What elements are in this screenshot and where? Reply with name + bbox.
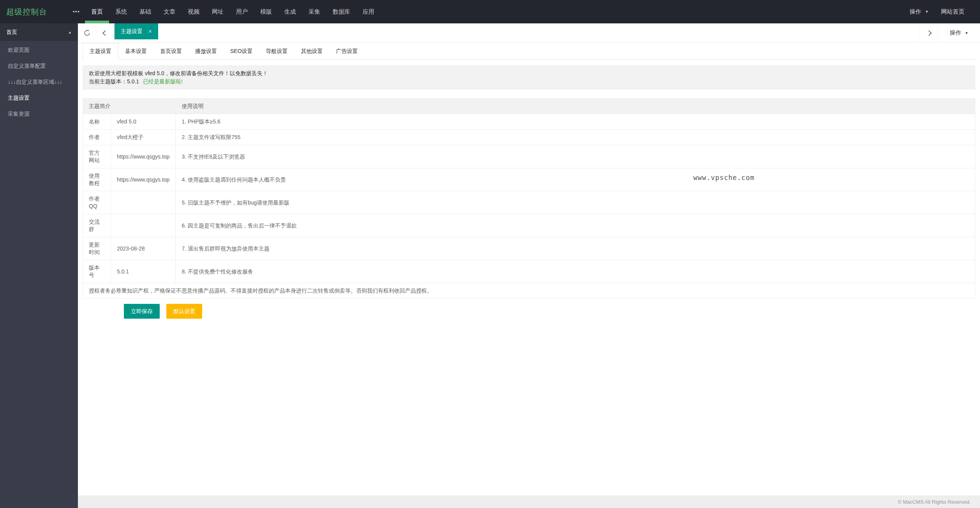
caret-down-icon: ▼ [925,10,929,14]
tab-scroll-left-button[interactable] [96,23,115,42]
row-note: 1. PHP版本≥5.6 [176,114,975,130]
site-home-link[interactable]: 网站首页 [936,8,969,16]
row-value [111,214,176,237]
table-row: 作者 vfed大橙子 2. 主题文件读写权限755 [83,130,975,145]
row-label: 交流群 [83,214,111,237]
row-note: 2. 主题文件读写权限755 [176,130,975,145]
settings-subtabs: 主题设置基本设置首页设置播放设置SEO设置导航设置其他设置广告设置 [83,43,975,60]
save-button[interactable]: 立即保存 [124,304,160,319]
caret-down-icon: ▼ [965,31,968,35]
watermark-text: www.vpsche.com [693,174,754,182]
row-note: 5. 旧版主题不予维护，如有bug请使用最新版 [176,191,975,214]
tab-action-label: 操作 [950,29,961,37]
settings-subtab[interactable]: 广告设置 [330,43,365,60]
row-value: vfed 5.0 [111,114,176,130]
page-footer: © MacCMS All Rights Reserved. [78,496,980,508]
notice-line1: 欢迎使用大橙影视模板 vfed 5.0，修改前请备份相关文件！以免数据丢失！ [89,69,969,78]
topbar-action-dropdown[interactable]: 操作 ▼ [902,8,936,16]
default-settings-button[interactable]: 默认设置 [166,304,202,319]
top-menu-item[interactable]: 首页 [85,0,109,23]
row-note: 4. 使用盗版主题遇到任何问题本人概不负责 [176,168,975,191]
row-value: 5.0.1 [111,260,176,283]
tab-scroll-right-button[interactable] [920,23,938,42]
row-label: 更新时间 [83,237,111,260]
sidebar-item[interactable]: 采集资源 [0,106,78,122]
row-label: 使用教程 [83,168,111,191]
top-menu-item[interactable]: 视频 [182,0,206,23]
top-navbar: 超级控制台 ⋯ 首页系统基础文章视频网址用户模版生成采集数据库应用 操作 ▼ 网… [0,0,980,23]
sidebar-item[interactable]: 欢迎页面 [0,42,78,58]
notice-box: 欢迎使用大橙影视模板 vfed 5.0，修改前请备份相关文件！以免数据丢失！ 当… [83,65,975,90]
table-row: 使用教程 https://www.qsgys.top 4. 使用盗版主题遇到任何… [83,168,975,191]
close-icon[interactable]: × [148,28,152,35]
topbar-action-label: 操作 [909,8,921,16]
settings-subtab[interactable]: 其他设置 [294,43,330,60]
top-menu: 首页系统基础文章视频网址用户模版生成采集数据库应用 [85,0,381,23]
row-value: 2023-08-28 [111,237,176,260]
sidebar: 首页 ▲ 欢迎页面自定义菜单配置↓↓↓自定义菜单区域↓↓↓主题设置采集资源 [0,23,78,508]
top-menu-item[interactable]: 基础 [133,0,157,23]
row-note: 3. 不支持IE8及以下浏览器 [176,145,975,168]
column-header-intro: 主题简介 [83,99,176,114]
table-row: 名称 vfed 5.0 1. PHP版本≥5.6 [83,114,975,130]
tab-action-dropdown[interactable]: 操作 ▼ [938,23,980,42]
open-tab-label: 主题设置 [121,28,143,35]
top-menu-item[interactable]: 系统 [109,0,133,23]
row-label: 官方网站 [83,145,111,168]
row-note: 8. 不提供免费个性化修改服务 [176,260,975,283]
notice-line2: 当前主题版本：5.0.1 已经是最新版啦! [89,78,969,86]
row-label: 名称 [83,114,111,130]
topbar-right: 操作 ▼ 网站首页 [902,0,980,23]
top-menu-item[interactable]: 采集 [302,0,326,23]
page-content: 主题设置基本设置首页设置播放设置SEO设置导航设置其他设置广告设置 欢迎使用大橙… [78,43,980,319]
settings-subtab[interactable]: 基本设置 [118,43,153,60]
notice-latest-badge: 已经是最新版啦! [143,78,183,85]
tabbar-right: 操作 ▼ [920,23,980,42]
settings-subtab[interactable]: SEO设置 [224,43,259,60]
chevron-up-icon: ▲ [68,30,72,34]
sidebar-group-home[interactable]: 首页 ▲ [0,23,78,41]
app-logo: 超级控制台 [0,0,67,23]
top-menu-item[interactable]: 用户 [230,0,254,23]
table-row: 官方网站 https://www.qsgys.top 3. 不支持IE8及以下浏… [83,145,975,168]
more-menu-icon[interactable]: ⋯ [67,0,85,23]
table-row: 更新时间 2023-08-28 7. 退出售后群即视为放弃使用本主题 [83,237,975,260]
settings-subtab[interactable]: 导航设置 [259,43,294,60]
theme-info-table: 主题简介 使用说明 名称 vfed 5.0 1. PHP版本≥5.6 作者 vf… [83,98,975,299]
open-tab-theme-settings[interactable]: 主题设置 × [115,23,158,39]
chevron-left-icon [102,30,108,35]
top-menu-item[interactable]: 网址 [206,0,230,23]
row-label: 版本号 [83,260,111,283]
top-menu-item[interactable]: 模版 [254,0,278,23]
top-menu-item[interactable]: 数据库 [326,0,356,23]
sidebar-items: 欢迎页面自定义菜单配置↓↓↓自定义菜单区域↓↓↓主题设置采集资源 [0,41,78,122]
table-row: 交流群 6. 因主题是可复制的商品，售出后一律不予退款 [83,214,975,237]
form-actions: 立即保存 默认设置 [83,304,975,319]
row-label: 作者QQ [83,191,111,214]
table-row: 版本号 5.0.1 8. 不提供免费个性化修改服务 [83,260,975,283]
settings-subtab[interactable]: 首页设置 [153,43,189,60]
table-footnote-row: 授权者务必尊重知识产权，严格保证不恶意传播产品源码、不得直接对授权的产品本身进行… [83,283,975,299]
settings-subtab[interactable]: 播放设置 [189,43,224,60]
table-row: 作者QQ 5. 旧版主题不予维护，如有bug请使用最新版 [83,191,975,214]
sidebar-item[interactable]: 自定义菜单配置 [0,58,78,74]
top-menu-item[interactable]: 生成 [278,0,302,23]
settings-subtab[interactable]: 主题设置 [83,43,118,60]
row-value: vfed大橙子 [111,130,176,145]
row-value: https://www.qsgys.top [111,168,176,191]
top-menu-item[interactable]: 文章 [157,0,182,23]
refresh-button[interactable] [78,23,96,42]
refresh-icon [83,29,91,37]
sidebar-group-label: 首页 [6,29,17,36]
sidebar-item[interactable]: 主题设置 [0,90,78,106]
column-header-usage: 使用说明 [176,99,975,114]
window-tabbar: 主题设置 × 操作 ▼ [78,23,980,43]
copyright-text: © MacCMS All Rights Reserved. [898,499,971,505]
sidebar-item[interactable]: ↓↓↓自定义菜单区域↓↓↓ [0,74,78,90]
notice-version: 当前主题版本：5.0.1 [89,78,139,85]
table-header-row: 主题简介 使用说明 [83,99,975,114]
row-value: https://www.qsgys.top [111,145,176,168]
row-label: 作者 [83,130,111,145]
top-menu-item[interactable]: 应用 [356,0,381,23]
main-area: 主题设置 × 操作 ▼ 主题设置基本设置首页设置播放设置SEO设置导航设置其他设… [78,23,980,508]
